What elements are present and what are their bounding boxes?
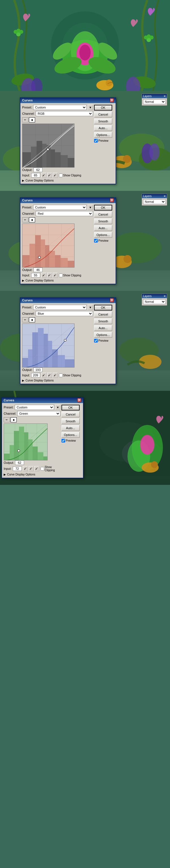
preset-select-4[interactable]: Custom bbox=[15, 405, 54, 410]
svg-rect-94 bbox=[65, 359, 75, 368]
preset-select-2[interactable]: Custom bbox=[33, 205, 87, 210]
input-input-4[interactable] bbox=[13, 466, 22, 471]
layers-panel-2: Layers ✕ Normal bbox=[142, 194, 167, 206]
options-button-4[interactable]: Options... bbox=[61, 432, 80, 438]
show-clipping-checkbox-4[interactable] bbox=[41, 467, 44, 471]
preset-select-3[interactable]: Custom bbox=[33, 305, 87, 310]
input-input-2[interactable] bbox=[31, 273, 40, 278]
curve-pen-icon-1[interactable]: ✏ bbox=[22, 117, 28, 122]
show-clipping-4: Show Clipping bbox=[41, 466, 60, 472]
layers-mode-3[interactable]: Normal bbox=[143, 299, 166, 304]
smooth-button-4[interactable]: Smooth bbox=[61, 418, 80, 424]
curves-close-2[interactable]: ✕ bbox=[110, 198, 114, 202]
curves-close-1[interactable]: ✕ bbox=[110, 98, 114, 102]
auto-button-4[interactable]: Auto... bbox=[61, 425, 80, 431]
eyedrop-black-2[interactable]: 🖋 bbox=[41, 273, 46, 278]
curves-right-panel-4: OK Cancel Smooth Auto... Options... Prev… bbox=[61, 405, 81, 476]
svg-rect-117 bbox=[24, 432, 28, 460]
input-input-1[interactable] bbox=[31, 173, 40, 178]
input-input-3[interactable] bbox=[31, 373, 40, 377]
output-row-3: Output: bbox=[22, 368, 93, 372]
curves-titlebar-3: Curves ✕ bbox=[20, 298, 116, 303]
curve-point-icon-4[interactable]: ◆ bbox=[10, 417, 17, 422]
auto-button-3[interactable]: Auto... bbox=[94, 325, 112, 331]
smooth-button-2[interactable]: Smooth bbox=[94, 218, 112, 224]
auto-button-2[interactable]: Auto... bbox=[94, 225, 112, 231]
channel-select-2[interactable]: Red bbox=[36, 211, 93, 216]
ok-button-4[interactable]: OK bbox=[61, 405, 80, 410]
layers-label-2: Layers bbox=[143, 194, 152, 198]
eyedrop-row-3: 🖋 🖋 🖋 bbox=[41, 373, 58, 378]
preset-select-1[interactable]: Custom bbox=[33, 105, 87, 110]
preset-gear-3[interactable]: ▼ bbox=[88, 305, 93, 310]
curve-display-arrow-1[interactable]: ▶ bbox=[22, 179, 25, 182]
input-label-3: Input: bbox=[22, 373, 30, 377]
curve-pen-icon-3[interactable]: ✏ bbox=[22, 317, 28, 322]
eyedrop-gray-2[interactable]: 🖋 bbox=[47, 273, 52, 278]
curve-display-arrow-3[interactable]: ▶ bbox=[22, 379, 25, 382]
eyedrop-gray-3[interactable]: 🖋 bbox=[47, 373, 52, 378]
output-input-2[interactable] bbox=[34, 268, 42, 272]
eyedrop-gray-4[interactable]: 🖋 bbox=[29, 466, 34, 471]
preset-gear-1[interactable]: ▼ bbox=[88, 105, 93, 110]
channel-select-1[interactable]: RGB bbox=[36, 111, 93, 116]
curve-icon-row-1: ✏ ◆ bbox=[22, 117, 93, 122]
eyedrop-black-3[interactable]: 🖋 bbox=[41, 373, 46, 378]
show-clipping-checkbox-2[interactable] bbox=[59, 274, 62, 277]
curves-title-2: Curves bbox=[22, 198, 33, 202]
curves-close-4[interactable]: ✕ bbox=[77, 398, 81, 402]
eyedrop-black-4[interactable]: 🖋 bbox=[23, 466, 28, 471]
cancel-button-1[interactable]: Cancel bbox=[94, 112, 112, 117]
layers-mode-1[interactable]: Normal bbox=[143, 99, 166, 104]
show-clipping-checkbox-3[interactable] bbox=[59, 373, 62, 377]
eyedrop-white-1[interactable]: 🖋 bbox=[53, 173, 58, 178]
curve-point-icon-2[interactable]: ◆ bbox=[29, 217, 35, 222]
preview-checkbox-2[interactable] bbox=[94, 239, 98, 243]
cancel-button-3[interactable]: Cancel bbox=[94, 312, 112, 317]
eyedrop-white-3[interactable]: 🖋 bbox=[53, 373, 58, 378]
options-button-3[interactable]: Options... bbox=[94, 332, 112, 338]
curves-close-3[interactable]: ✕ bbox=[110, 298, 114, 302]
eyedrop-white-4[interactable]: 🖋 bbox=[34, 466, 39, 471]
output-input-3[interactable] bbox=[34, 368, 42, 372]
curves-title-4: Curves bbox=[4, 399, 14, 402]
channel-select-3[interactable]: Blue bbox=[36, 311, 93, 316]
curve-pen-icon-4[interactable]: ✏ bbox=[4, 417, 10, 422]
svg-rect-69 bbox=[55, 255, 60, 268]
options-button-1[interactable]: Options... bbox=[94, 132, 112, 138]
ok-button-1[interactable]: OK bbox=[94, 105, 112, 111]
channel-row-4: Channel: Green bbox=[4, 411, 60, 416]
cancel-button-2[interactable]: Cancel bbox=[94, 212, 112, 217]
curve-display-arrow-2[interactable]: ▶ bbox=[22, 279, 25, 282]
eyedrop-gray-1[interactable]: 🖋 bbox=[47, 173, 52, 178]
curve-point-icon-3[interactable]: ◆ bbox=[29, 317, 35, 322]
curve-display-label-1: Curve Display Options bbox=[26, 179, 53, 182]
eyedrop-black-1[interactable]: 🖋 bbox=[41, 173, 46, 178]
smooth-button-3[interactable]: Smooth bbox=[94, 318, 112, 324]
curve-point-icon-1[interactable]: ◆ bbox=[29, 117, 35, 122]
smooth-button-1[interactable]: Smooth bbox=[94, 119, 112, 124]
channel-select-4[interactable]: Green bbox=[17, 411, 60, 416]
eyedrop-row-1: 🖋 🖋 🖋 bbox=[41, 173, 58, 178]
show-clipping-checkbox-1[interactable] bbox=[59, 174, 62, 177]
layers-mode-2[interactable]: Normal bbox=[143, 199, 166, 204]
cancel-button-4[interactable]: Cancel bbox=[61, 411, 80, 417]
preview-checkbox-4[interactable] bbox=[61, 439, 65, 442]
output-label-1: Output: bbox=[22, 168, 32, 172]
curve-pen-icon-2[interactable]: ✏ bbox=[22, 217, 28, 222]
preview-checkbox-1[interactable] bbox=[94, 139, 98, 143]
auto-button-1[interactable]: Auto... bbox=[94, 125, 112, 131]
output-input-1[interactable] bbox=[34, 167, 42, 172]
curve-display-arrow-4[interactable]: ▶ bbox=[4, 473, 6, 476]
ok-button-2[interactable]: OK bbox=[94, 205, 112, 211]
ok-button-3[interactable]: OK bbox=[94, 305, 112, 310]
preview-checkbox-3[interactable] bbox=[94, 339, 98, 343]
output-input-4[interactable] bbox=[15, 460, 24, 465]
preset-gear-4[interactable]: ▼ bbox=[55, 405, 60, 410]
eyedrop-white-2[interactable]: 🖋 bbox=[53, 273, 58, 278]
options-button-2[interactable]: Options... bbox=[94, 232, 112, 238]
preset-gear-2[interactable]: ▼ bbox=[88, 205, 93, 210]
section-3: Curves ✕ Preset: Custom ▼ Channel: Blue bbox=[0, 291, 170, 391]
curve-display-row-4: ▶ Curve Display Options bbox=[4, 473, 60, 476]
preview-label-4: Preview bbox=[66, 439, 76, 442]
